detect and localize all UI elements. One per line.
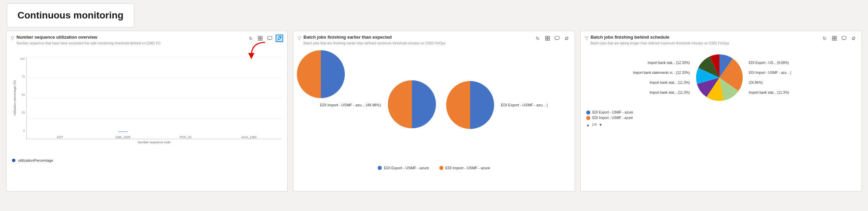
bar-x-axis-title: Number sequence code [26,141,282,144]
title-box: Continuous monitoring [7,3,134,27]
card2-title-block: Batch jobs finishing earlier than expect… [303,35,531,45]
card3-header: ▽ Batch jobs finishing behind schedule B… [581,31,861,47]
card2-toolbar: ↻ [534,35,570,42]
svg-rect-15 [842,36,846,39]
card2-subtitle: Batch jobs that are finishing earlier th… [303,41,531,45]
card3-labels-right: EDI Export - US... (9.69%) EDI Import - … [749,61,817,94]
card3-pie-svg-container [692,50,747,105]
card1-title-block: Number sequence utilization overview Num… [16,35,244,45]
card2-comment-btn[interactable] [553,35,561,42]
svg-rect-1 [261,36,262,38]
card2-legend-label-export: EDI Export - USMF - azure [384,166,429,170]
card2-pie-with-labels: EDI Import - USMF - azu... (49.98%) [293,77,574,133]
card2-pie-svg [385,77,439,133]
y-tick-50: 50 [22,93,25,96]
card3-legend-dot-2 [586,116,590,120]
card2-filter-icon: ▽ [298,35,301,41]
card2-legend-dot-export [378,166,382,170]
card2-legend-label-import: EDI Import - USMF - azure [445,166,490,170]
card2-expand-btn[interactable] [544,35,551,42]
card2-legend-dot-import [439,166,443,170]
card3-legend-item-2: EDI Import - USMF - azure [586,116,856,120]
card3-label-right-2: EDI Import - USMF - azu... ( [749,71,817,75]
svg-rect-9 [548,39,550,40]
card2-link-btn[interactable] [563,35,570,42]
legend-label-utilization: utilizationPercentage [18,158,53,162]
card3-legend-item-1: EDI Export - USMF - azure [586,110,856,115]
card2-legend-item-import: EDI Import - USMF - azure [439,166,490,170]
card3-expand-btn[interactable] [831,35,838,42]
card-batch-behind: ▽ Batch jobs finishing behind schedule B… [580,31,862,192]
svg-rect-10 [555,36,559,39]
card1-link-btn[interactable] [276,35,283,42]
page-title: Continuous monitoring [17,10,124,21]
cards-row: ▽ Number sequence utilization overview N… [0,31,868,192]
card3-label-right-1: EDI Export - US... (9.69%) [749,61,817,65]
card1-header-left: ▽ Number sequence utilization overview N… [11,35,244,45]
card3-link-btn[interactable] [850,35,857,42]
x-label-sale1028: Sale_1028 [95,135,151,139]
card3-legend-dot-1 [586,110,590,115]
card2-legend: EDI Export - USMF - azure EDI Import - U… [293,163,574,173]
card3-label-left-1: Import bank stat... (12.33%) [625,61,690,65]
svg-rect-6 [545,36,547,38]
card3-pagination: ▲ 1/4 ▼ [581,122,861,128]
card1-chart-area: Utilization percentage (%) 100 75 50 25 … [7,47,287,156]
y-tick-75: 75 [22,75,25,78]
card1-legend: utilizationPercentage [7,156,287,164]
card2-legend-item-export: EDI Export - USMF - azure [378,166,429,170]
card2-header: ▽ Batch jobs finishing earlier than expe… [293,31,574,47]
card3-title-block: Batch jobs finishing behind schedule Bat… [591,35,818,45]
card3-label-right-3: (24.96%) [749,81,817,84]
x-label-acco1283: Acco_1283 [221,135,277,139]
card1-comment-btn[interactable] [266,35,274,42]
bar-y-label: Utilization percentage (%) [13,80,16,116]
pagination-next[interactable]: ▼ [599,123,602,127]
y-tick-25: 25 [22,111,25,114]
card3-refresh-btn[interactable]: ↻ [821,35,829,42]
svg-rect-8 [545,39,547,40]
svg-rect-2 [258,39,260,40]
card3-pie-area: Import bank stat... (12.33%) Import bank… [581,47,861,108]
card3-comment-btn[interactable] [840,35,848,42]
card3-legend-label-2: EDI Import - USMF - azure [592,116,633,120]
card3-title: Batch jobs finishing behind schedule [591,35,818,40]
card2-header-left: ▽ Batch jobs finishing earlier than expe… [298,35,531,45]
arrow-overlay [246,41,267,63]
svg-rect-7 [548,36,550,38]
svg-rect-14 [835,39,836,40]
card1-header: ▽ Number sequence utilization overview N… [7,31,287,47]
svg-rect-0 [258,36,260,38]
y-tick-100: 100 [20,57,25,61]
svg-rect-13 [832,39,834,40]
card2-pie-area: EDI Import - USMF - azu... (49.98%) [293,47,574,163]
pagination-current: 1/4 [592,123,597,127]
card3-filter-icon: ▽ [585,35,589,41]
card1-filter-icon: ▽ [11,35,14,41]
card3-legend: EDI Export - USMF - azure EDI Import - U… [581,108,861,122]
svg-rect-3 [261,39,262,40]
legend-dot-utilization [12,159,15,162]
card2-pie-clean [443,78,498,132]
pagination-prev[interactable]: ▲ [586,123,590,127]
card-number-sequence: ▽ Number sequence utilization overview N… [6,31,288,192]
x-label-poc01: POC_01 [158,135,214,139]
card-batch-earlier: ▽ Batch jobs finishing earlier than expe… [293,31,575,192]
card3-labels-left: Import bank stat... (12.33%) Import bank… [625,61,690,94]
card1-title: Number sequence utilization overview [16,35,244,40]
card1-subtitle: Number sequence that have have exceeded … [16,41,244,45]
svg-rect-4 [268,36,272,39]
card3-toolbar: ↻ [821,35,857,42]
card3-label-left-3: Import bank stat... (11.3%) [625,81,690,84]
card3-subtitle: Batch jobs that are taking longer than d… [591,41,818,45]
card3-legend-label-1: EDI Export - USMF - azure [592,110,633,114]
x-label-gst: GST [32,135,88,139]
card3-label-right-4: Import bank stat... (11.3%) [749,91,817,94]
card3-label-left-2: Import bank statements vi... (12.33%) [625,71,690,75]
svg-rect-11 [832,36,834,38]
card2-pie-label-right: EDI Export - USMF - azu... ( [501,103,548,107]
bar-chart-container: Utilization percentage (%) 100 75 50 25 … [12,57,282,153]
page-wrapper: Continuous monitoring ▽ Number sequence … [0,0,868,211]
y-tick-0: 0 [23,129,25,132]
card2-refresh-btn[interactable]: ↻ [534,35,542,42]
